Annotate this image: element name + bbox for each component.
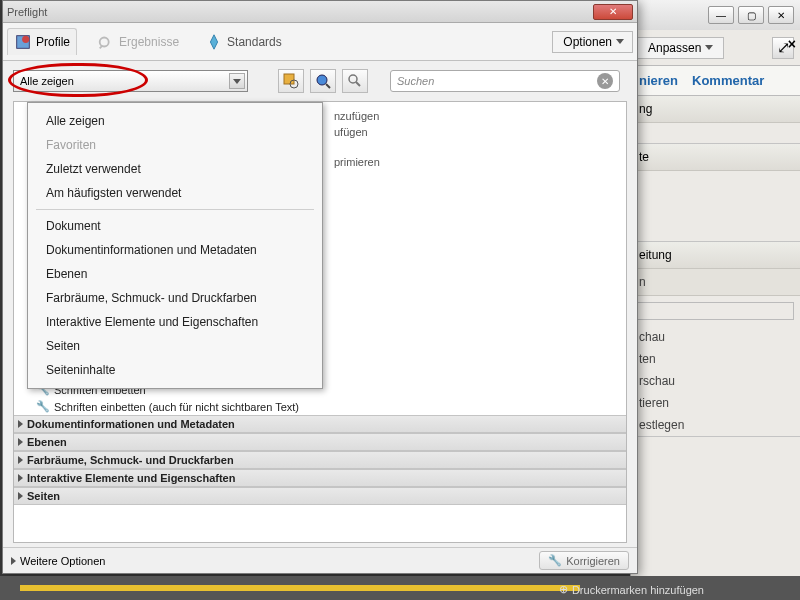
right-item[interactable]: ten	[631, 348, 800, 370]
filter-row: Alle zeigen Suchen ✕	[3, 61, 637, 101]
add-printmarks-label: Druckermarken hinzufügen	[572, 584, 704, 596]
dialog-close-button[interactable]: ✕	[593, 4, 633, 20]
preflight-dialog: Preflight ✕ Profile Ergebnisse Standards…	[2, 0, 638, 574]
korrigieren-button[interactable]: 🔧 Korrigieren	[539, 551, 629, 570]
expand-icon	[18, 438, 23, 446]
dropdown-item[interactable]: Seiten	[28, 334, 322, 358]
svg-point-6	[317, 75, 327, 85]
category-row[interactable]: Interaktive Elemente und Eigenschaften	[14, 469, 626, 487]
minimize-button[interactable]: —	[708, 6, 734, 24]
standards-icon	[205, 33, 223, 51]
chevron-down-icon	[705, 45, 713, 50]
inspect-icon	[283, 73, 299, 89]
right-item[interactable]: estlegen	[631, 414, 800, 436]
background-window: — ▢ ✕ × Anpassen ⤢ nieren Kommentar ng t…	[630, 0, 800, 600]
category-label: Dokumentinformationen und Metadaten	[27, 418, 235, 430]
expand-icon	[11, 557, 16, 565]
dropdown-item[interactable]: Ebenen	[28, 262, 322, 286]
panel-head-3[interactable]: eitung	[631, 242, 800, 269]
search-placeholder: Suchen	[397, 75, 434, 87]
maximize-button[interactable]: ▢	[738, 6, 764, 24]
anpassen-label: Anpassen	[648, 41, 701, 55]
svg-marker-3	[210, 34, 217, 48]
dropdown-item[interactable]: Seiteninhalte	[28, 358, 322, 382]
dropdown-item[interactable]: Am häufigsten verwendet	[28, 181, 322, 205]
list-item[interactable]: 🔧Schriften einbetten (auch für nicht sic…	[14, 398, 626, 415]
svg-point-7	[349, 75, 357, 83]
expand-icon	[18, 474, 23, 482]
category-row[interactable]: Dokumentinformationen und Metadaten	[14, 415, 626, 433]
dropdown-item[interactable]: Alle zeigen	[28, 109, 322, 133]
chevron-down-icon	[616, 39, 624, 44]
korrigieren-label: Korrigieren	[566, 555, 620, 567]
tab-standards-label: Standards	[227, 35, 282, 49]
category-label: Interaktive Elemente und Eigenschaften	[27, 472, 235, 484]
dropdown-item[interactable]: Dokumentinformationen und Metadaten	[28, 238, 322, 262]
svg-point-1	[22, 36, 29, 43]
tab-standards[interactable]: Standards	[199, 29, 288, 55]
expand-icon	[18, 492, 23, 500]
options-button[interactable]: Optionen	[552, 31, 633, 53]
tab-ergebnisse-label: Ergebnisse	[119, 35, 179, 49]
wrench-icon: 🔧	[36, 400, 50, 413]
dropdown-item[interactable]: Dokument	[28, 214, 322, 238]
panel-close-icon[interactable]: ×	[788, 36, 796, 52]
dropdown-item[interactable]: Farbräume, Schmuck- und Druckfarben	[28, 286, 322, 310]
close-window-button[interactable]: ✕	[768, 6, 794, 24]
tab-ergebnisse[interactable]: Ergebnisse	[91, 29, 185, 55]
clear-search-icon[interactable]: ✕	[597, 73, 613, 89]
right-item[interactable]: chau	[631, 326, 800, 348]
panel-head-1[interactable]: ng	[631, 96, 800, 123]
more-options-label[interactable]: Weitere Optionen	[20, 555, 105, 567]
right-toolbar: Anpassen ⤢	[631, 30, 800, 66]
panel-field	[637, 302, 794, 320]
right-item[interactable]: tieren	[631, 392, 800, 414]
list-item-label: Schriften einbetten (auch für nicht sich…	[54, 401, 299, 413]
wrench-icon: 🔧	[548, 554, 562, 567]
window-controls: — ▢ ✕	[631, 0, 800, 30]
right-item[interactable]: rschau	[631, 370, 800, 392]
bottom-bar: Weitere Optionen 🔧 Korrigieren	[3, 547, 637, 573]
category-label: Farbräume, Schmuck- und Druckfarben	[27, 454, 234, 466]
category-label: Seiten	[27, 490, 60, 502]
svg-point-2	[100, 37, 109, 46]
titlebar[interactable]: Preflight ✕	[3, 1, 637, 23]
options-label: Optionen	[563, 35, 612, 49]
right-item-list: chau ten rschau tieren estlegen	[631, 326, 800, 436]
category-label: Ebenen	[27, 436, 67, 448]
expand-icon	[18, 456, 23, 464]
dropdown-item[interactable]: Zuletzt verwendet	[28, 157, 322, 181]
dropdown-item[interactable]: Interaktive Elemente und Eigenschaften	[28, 310, 322, 334]
tab-profile[interactable]: Profile	[7, 28, 77, 55]
tab-profile-label: Profile	[36, 35, 70, 49]
category-row[interactable]: Seiten	[14, 487, 626, 505]
profile-icon	[14, 33, 32, 51]
search-input[interactable]: Suchen ✕	[390, 70, 620, 92]
add-printmarks[interactable]: ⊕ Druckermarken hinzufügen	[559, 583, 704, 596]
right-tab-kommentar[interactable]: Kommentar	[692, 73, 764, 88]
category-row[interactable]: Farbräume, Schmuck- und Druckfarben	[14, 451, 626, 469]
filter-combo[interactable]: Alle zeigen	[13, 70, 248, 92]
plus-icon: ⊕	[559, 583, 568, 596]
panel-sub-4[interactable]: n	[631, 269, 800, 296]
tool-button-2[interactable]	[310, 69, 336, 93]
results-icon	[97, 33, 115, 51]
dialog-title: Preflight	[7, 6, 47, 18]
dropdown-item[interactable]: Favoriten	[28, 133, 322, 157]
filter-dropdown: Alle zeigen Favoriten Zuletzt verwendet …	[27, 102, 323, 389]
chevron-down-icon[interactable]	[229, 73, 245, 89]
page-indicator	[20, 585, 580, 591]
expand-icon	[18, 420, 23, 428]
anpassen-button[interactable]: Anpassen	[637, 37, 724, 59]
panel-head-2[interactable]: te	[631, 144, 800, 171]
category-row[interactable]: Ebenen	[14, 433, 626, 451]
tool-button-1[interactable]	[278, 69, 304, 93]
filter-combo-value: Alle zeigen	[20, 75, 74, 87]
wrench-magnify-icon	[347, 73, 363, 89]
right-tab-1[interactable]: nieren	[639, 73, 678, 88]
svg-rect-4	[284, 74, 294, 84]
tool-button-3[interactable]	[342, 69, 368, 93]
dropdown-separator	[36, 209, 314, 210]
magnify-blue-icon	[315, 73, 331, 89]
right-tabs: nieren Kommentar	[631, 66, 800, 96]
